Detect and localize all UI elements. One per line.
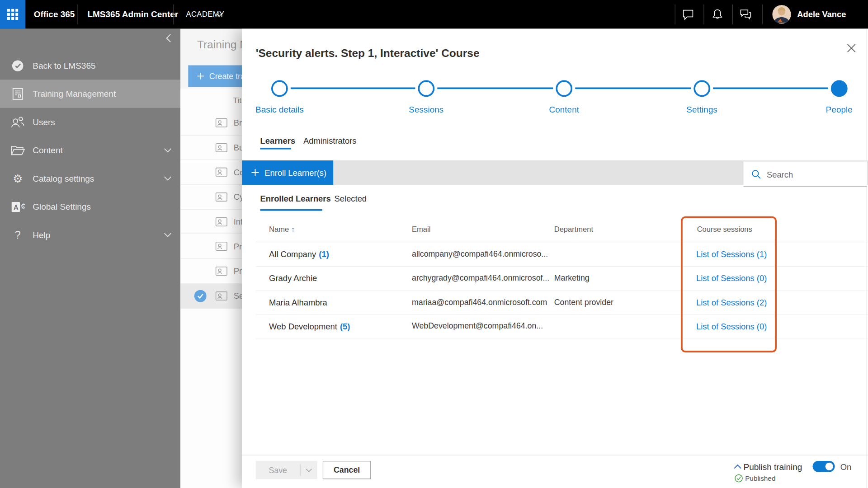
footer-separator [242, 455, 868, 455]
chevron-up-icon[interactable] [733, 464, 741, 469]
search-icon [751, 169, 761, 179]
close-icon[interactable] [845, 42, 858, 54]
list-of-sessions-link[interactable]: List of Sessions (2) [696, 297, 767, 307]
step-circle-basic-details[interactable] [271, 80, 288, 97]
stepper-connector [291, 87, 415, 89]
subtab-selected[interactable]: Selected [335, 194, 367, 203]
chevron-down-icon[interactable] [216, 13, 223, 17]
sidebar-item-users[interactable]: Users [0, 108, 180, 136]
admin-sidebar: Back to LMS365 Training Management Users… [0, 29, 180, 488]
sidebar-item-help[interactable]: ? Help [0, 221, 180, 249]
check-circle-icon [9, 59, 26, 72]
contact-card-icon [215, 291, 227, 301]
product-name[interactable]: Office 365 [34, 0, 75, 29]
learner-department: Content provider [554, 290, 613, 314]
sidebar-item-label: Catalog settings [33, 174, 94, 183]
list-of-sessions-link[interactable]: List of Sessions (0) [696, 273, 767, 283]
app-launcher-button[interactable] [0, 0, 25, 29]
sidebar-item-label: Content [33, 145, 62, 155]
learner-name: Web Development(5) [269, 314, 350, 338]
step-circle-sessions[interactable] [418, 80, 434, 97]
subtab-enrolled-learners[interactable]: Enrolled Learners [260, 194, 331, 203]
contact-card-icon [215, 167, 227, 177]
table-row[interactable]: Grady Archie archygrady@compafi464.onmic… [256, 266, 868, 291]
save-button[interactable]: Save [256, 461, 317, 479]
learner-name: All Company(1) [269, 242, 329, 266]
tab-administrators[interactable]: Administrators [303, 136, 356, 145]
tab-learners[interactable]: Learners [260, 136, 296, 145]
topbar-divider [762, 5, 763, 24]
list-of-sessions-link[interactable]: List of Sessions (1) [696, 249, 767, 259]
course-sessions-cell: List of Sessions (1) [686, 242, 777, 266]
publish-training-label: Publish training [743, 462, 802, 472]
column-header-department[interactable]: Department [554, 225, 593, 233]
published-check-icon [735, 474, 743, 482]
publish-toggle[interactable] [813, 461, 835, 472]
folder-icon [9, 145, 26, 156]
step-label-content[interactable]: Content [514, 104, 614, 114]
document-icon [9, 87, 26, 100]
topbar-divider [675, 5, 675, 24]
collapse-sidebar-icon[interactable] [164, 33, 174, 43]
svg-text:⚙: ⚙ [20, 202, 25, 210]
save-label: Save [256, 465, 300, 474]
sidebar-nav: Back to LMS365 Training Management Users… [0, 52, 180, 249]
save-dropdown-button[interactable] [301, 468, 317, 472]
plus-icon [197, 72, 204, 80]
sidebar-item-catalog-settings[interactable]: ⚙ Catalog settings [0, 164, 180, 192]
toggle-knob [826, 463, 833, 470]
sidebar-item-global-settings[interactable]: ⚙ A Global Settings [0, 192, 180, 221]
contact-card-icon [215, 217, 227, 227]
contact-card-icon [215, 118, 227, 128]
column-header-email[interactable]: Email [412, 225, 430, 233]
chevron-down-icon [164, 176, 171, 181]
column-header-name[interactable]: Name ↑ [269, 225, 295, 233]
table-row[interactable]: All Company(1) allcompany@compafi464.onm… [256, 242, 868, 267]
chevron-down-icon [164, 148, 171, 153]
question-icon: ? [9, 229, 26, 241]
course-sessions-cell: List of Sessions (2) [686, 290, 777, 314]
search-box [743, 162, 867, 187]
step-circle-content[interactable] [556, 80, 572, 97]
column-header-label: Name [269, 225, 289, 233]
topbar-divider [77, 5, 78, 24]
column-header-course-sessions[interactable]: Course sessions [697, 225, 752, 233]
enroll-learners-button[interactable]: Enroll Learner(s) [242, 160, 333, 185]
chevron-down-icon [306, 468, 312, 472]
step-label-people[interactable]: People [789, 104, 868, 114]
sidebar-item-content[interactable]: Content [0, 136, 180, 164]
learner-department: Marketing [554, 266, 590, 290]
avatar[interactable] [772, 5, 791, 24]
topbar-divider [703, 5, 704, 24]
sidebar-item-training-management[interactable]: Training Management [0, 80, 180, 108]
list-of-sessions-link[interactable]: List of Sessions (0) [696, 321, 767, 331]
cancel-button[interactable]: Cancel [323, 461, 371, 479]
enroll-learners-label: Enroll Learner(s) [264, 168, 326, 178]
admin-center-title[interactable]: LMS365 Admin Center [87, 0, 178, 29]
table-row[interactable]: Web Development(5) WebDevelopment@compaf… [256, 314, 868, 339]
active-subtab-underline [260, 209, 322, 211]
learner-email: allcompany@compafi464.onmicroso... [412, 242, 548, 266]
sort-ascending-icon: ↑ [291, 225, 295, 233]
step-circle-settings[interactable] [693, 80, 710, 97]
name-text: All Company [269, 249, 316, 259]
table-row[interactable]: Maria Alhambra mariaa@compafi464.onmicro… [256, 290, 868, 314]
learner-email: WebDevelopment@compafi464.on... [412, 314, 543, 338]
step-label-sessions[interactable]: Sessions [377, 104, 476, 114]
sidebar-item-back-to-lms365[interactable]: Back to LMS365 [0, 52, 180, 80]
step-label-basic-details[interactable]: Basic details [230, 104, 329, 114]
learner-name: Grady Archie [269, 266, 320, 290]
sidebar-item-label: Back to LMS365 [33, 61, 95, 70]
bell-icon[interactable] [711, 8, 723, 20]
search-input[interactable] [765, 162, 864, 187]
feedback-icon[interactable] [740, 8, 752, 20]
avatar-image [772, 5, 791, 24]
user-name[interactable]: Adele Vance [797, 0, 846, 29]
step-label-settings[interactable]: Settings [652, 104, 751, 114]
group-count: (5) [340, 321, 350, 331]
screen: Office 365 LMS365 Admin Center ACADEMY [0, 0, 868, 488]
svg-text:A: A [14, 203, 19, 211]
step-circle-people[interactable] [831, 80, 848, 97]
chat-icon[interactable] [682, 8, 694, 20]
gear-icon: ⚙ [9, 172, 26, 185]
